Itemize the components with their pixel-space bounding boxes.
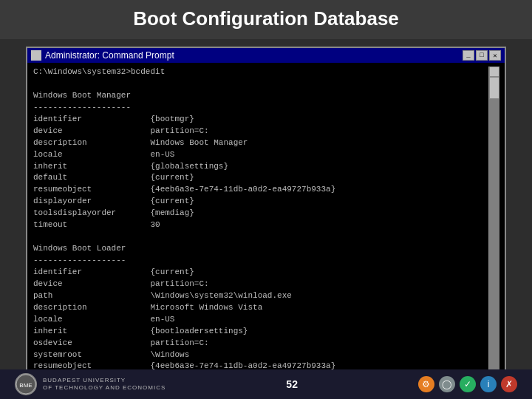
cmd-window-icon bbox=[31, 50, 41, 61]
page-title: Boot Configuration Database bbox=[0, 7, 532, 30]
minimize-button[interactable]: _ bbox=[463, 50, 474, 61]
university-text: BUDAPEST UNIVERSITYOF TECHNOLOGY AND ECO… bbox=[43, 377, 166, 392]
close-button[interactable]: ✕ bbox=[489, 50, 501, 61]
footer-icon-2: ◯ bbox=[439, 376, 455, 392]
page-number: 52 bbox=[286, 378, 298, 390]
footer-icon-3: ✓ bbox=[460, 376, 476, 392]
title-bar: Boot Configuration Database bbox=[0, 0, 532, 39]
footer-icon-5: ✗ bbox=[501, 376, 517, 392]
footer-icon-4: i bbox=[480, 376, 497, 392]
footer: BME BUDAPEST UNIVERSITYOF TECHNOLOGY AND… bbox=[0, 369, 532, 399]
maximize-button[interactable]: □ bbox=[476, 50, 488, 61]
university-emblem: BME bbox=[15, 373, 37, 395]
footer-logo: BME BUDAPEST UNIVERSITYOF TECHNOLOGY AND… bbox=[15, 373, 166, 395]
scrollbar[interactable]: ▲ ▼ bbox=[488, 66, 499, 384]
cmd-window-title: Administrator: Command Prompt bbox=[45, 50, 174, 61]
footer-icons: ⚙ ◯ ✓ i ✗ bbox=[418, 376, 517, 392]
cmd-output: C:\Windows\system32>bcdedit Windows Boot… bbox=[33, 66, 488, 384]
scroll-up-button[interactable]: ▲ bbox=[489, 66, 499, 77]
cmd-window: Administrator: Command Prompt _ □ ✕ C:\W… bbox=[26, 47, 506, 389]
svg-text:BME: BME bbox=[19, 382, 32, 389]
footer-icon-1: ⚙ bbox=[418, 376, 434, 392]
